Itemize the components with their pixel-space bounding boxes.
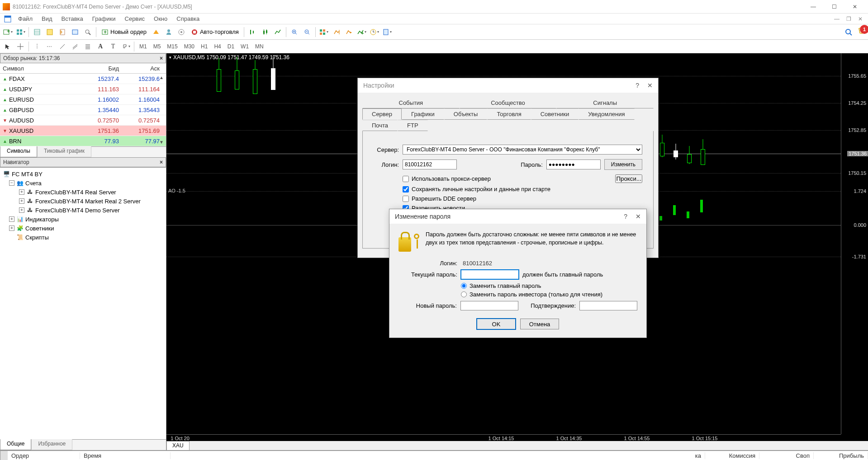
tab-mail[interactable]: Почта bbox=[362, 120, 398, 131]
mdi-minimize-button[interactable]: — bbox=[831, 16, 843, 22]
channel-tool[interactable] bbox=[69, 41, 81, 52]
tab-favorites[interactable]: Избранное bbox=[31, 439, 72, 450]
menubar-icon[interactable] bbox=[4, 15, 12, 23]
text-tool[interactable]: A bbox=[95, 41, 106, 52]
ok-button[interactable]: OK bbox=[477, 319, 516, 329]
scroll-end-button[interactable] bbox=[331, 26, 342, 38]
text-label-tool[interactable]: T bbox=[107, 41, 119, 52]
tf-mn[interactable]: MN bbox=[252, 42, 266, 51]
settings-title[interactable]: Настройки ?✕ bbox=[358, 78, 658, 93]
new-password-input[interactable] bbox=[460, 301, 518, 310]
tab-experts[interactable]: Советники bbox=[531, 108, 579, 120]
window-minimize-button[interactable]: — bbox=[803, 0, 824, 14]
confirm-password-input[interactable] bbox=[579, 301, 637, 310]
shapes-tool[interactable] bbox=[120, 41, 132, 52]
col-symbol[interactable]: Символ bbox=[3, 65, 82, 72]
symbol-row-fdax[interactable]: ▲ FDAX15237.415239.6 bbox=[0, 74, 166, 84]
periods-button[interactable] bbox=[369, 26, 380, 38]
window-maximize-button[interactable]: ☐ bbox=[824, 0, 844, 14]
tab-trade[interactable]: Торговля bbox=[487, 108, 531, 120]
zoom-in-button[interactable] bbox=[289, 26, 300, 38]
tree-server-real[interactable]: +🖧ForexClubBY-MT4 Real Server bbox=[1, 188, 165, 197]
tab-community[interactable]: Сообщество bbox=[460, 97, 557, 108]
new-order-button[interactable]: +Новый ордер bbox=[99, 27, 149, 37]
expand-icon[interactable]: + bbox=[19, 198, 24, 204]
password-input[interactable] bbox=[546, 160, 601, 169]
change-password-title[interactable]: Изменение пароля ?✕ bbox=[389, 209, 646, 224]
chart-tab-xauusd[interactable]: XAU bbox=[166, 441, 190, 450]
login-input[interactable] bbox=[403, 160, 457, 169]
mw-scroll-up[interactable]: ▲ bbox=[158, 75, 165, 80]
col-time[interactable]: Время bbox=[80, 452, 171, 459]
trendline-tool[interactable] bbox=[57, 41, 68, 52]
cp-close-button[interactable]: ✕ bbox=[636, 213, 641, 220]
profiles-button[interactable] bbox=[14, 26, 26, 38]
proxy-checkbox[interactable] bbox=[403, 176, 409, 182]
indicators-button[interactable]: + bbox=[356, 26, 368, 38]
col-ask[interactable]: Аск bbox=[123, 65, 163, 72]
tf-h4[interactable]: H4 bbox=[211, 42, 223, 51]
symbol-row-xauusd[interactable]: ▼ XAUUSD1751.361751.69 bbox=[0, 126, 166, 136]
col-profit[interactable]: Прибыль bbox=[814, 452, 868, 459]
mw-scroll-down[interactable]: ▼ bbox=[158, 140, 165, 145]
navigator-button[interactable] bbox=[57, 26, 68, 38]
line-chart-button[interactable] bbox=[272, 26, 284, 38]
cancel-button[interactable]: Отмена bbox=[520, 319, 559, 329]
tree-scripts[interactable]: 📜Скрипты bbox=[1, 233, 165, 242]
signals-button[interactable] bbox=[175, 26, 187, 38]
templates-button[interactable] bbox=[381, 26, 393, 38]
tree-server-demo[interactable]: +🖧ForexClubBY-MT4 Demo Server bbox=[1, 206, 165, 215]
menu-charts[interactable]: Графики bbox=[88, 14, 120, 23]
metaquotes-button[interactable] bbox=[150, 26, 162, 38]
tab-signals[interactable]: Сигналы bbox=[556, 97, 654, 108]
menu-view[interactable]: Вид bbox=[37, 14, 57, 23]
tf-m15[interactable]: M15 bbox=[164, 42, 180, 51]
symbol-row-audusd[interactable]: ▼ AUDUSD0.725700.72574 bbox=[0, 115, 166, 126]
auto-trading-button[interactable]: Авто-торговля bbox=[188, 27, 242, 37]
tf-d1[interactable]: D1 bbox=[225, 42, 237, 51]
tab-ftp[interactable]: FTP bbox=[398, 120, 428, 131]
col-bid[interactable]: Бид bbox=[82, 65, 123, 72]
tf-h1[interactable]: H1 bbox=[198, 42, 210, 51]
tf-w1[interactable]: W1 bbox=[238, 42, 251, 51]
terminal-label[interactable]: Терминал bbox=[0, 451, 8, 460]
crosshair-tool[interactable] bbox=[14, 41, 26, 52]
tree-indicators[interactable]: +📊Индикаторы bbox=[1, 215, 165, 224]
mdi-close-button[interactable]: ✕ bbox=[854, 16, 866, 22]
strategy-tester-button[interactable] bbox=[82, 26, 94, 38]
terminal-button[interactable] bbox=[69, 26, 81, 38]
horizontal-line-tool[interactable] bbox=[44, 41, 56, 52]
fibonacci-tool[interactable] bbox=[82, 41, 94, 52]
tab-objects[interactable]: Объекты bbox=[444, 108, 488, 120]
chart-dropdown-icon[interactable]: ▾ bbox=[169, 55, 171, 60]
tab-tick-chart[interactable]: Тиковый график bbox=[37, 146, 91, 157]
replace-investor-radio[interactable] bbox=[461, 291, 467, 297]
zoom-out-button[interactable] bbox=[301, 26, 313, 38]
tab-events[interactable]: События bbox=[362, 97, 460, 108]
market-watch-button[interactable] bbox=[31, 26, 43, 38]
notifications-button[interactable]: 1 bbox=[857, 27, 866, 37]
menu-help[interactable]: Справка bbox=[172, 14, 204, 23]
candle-chart-button[interactable] bbox=[259, 26, 271, 38]
col-swap[interactable]: Своп bbox=[759, 452, 814, 459]
market-watch-close-button[interactable]: × bbox=[160, 55, 163, 61]
tab-settings-charts[interactable]: Графики bbox=[402, 108, 444, 120]
symbol-row-gbpusd[interactable]: ▲ GBPUSD1.354401.35443 bbox=[0, 105, 166, 115]
tree-root[interactable]: 🖥️FC MT4 BY bbox=[1, 169, 165, 178]
community-button[interactable] bbox=[163, 26, 175, 38]
current-password-input[interactable] bbox=[461, 270, 519, 279]
replace-main-radio[interactable] bbox=[461, 283, 467, 289]
navigator-close-button[interactable]: × bbox=[160, 159, 163, 165]
collapse-icon[interactable]: − bbox=[9, 180, 14, 186]
tree-experts[interactable]: +🧩Советники bbox=[1, 224, 165, 233]
expand-icon[interactable]: + bbox=[9, 216, 14, 222]
mdi-restore-button[interactable]: ❐ bbox=[843, 16, 854, 22]
expand-icon[interactable]: + bbox=[19, 207, 24, 213]
symbol-row-eurusd[interactable]: ▲ EURUSD1.160021.16004 bbox=[0, 94, 166, 105]
tree-server-real2[interactable]: +🖧ForexClubBY-MT4 Market Real 2 Server bbox=[1, 197, 165, 206]
tf-m5[interactable]: M5 bbox=[151, 42, 164, 51]
server-select[interactable]: ForexClubBY-MT4 Demo Server - ООО "Финан… bbox=[403, 145, 642, 155]
cp-help-button[interactable]: ? bbox=[624, 213, 627, 220]
tile-windows-button[interactable] bbox=[318, 26, 330, 38]
tab-symbols[interactable]: Символы bbox=[0, 146, 37, 157]
